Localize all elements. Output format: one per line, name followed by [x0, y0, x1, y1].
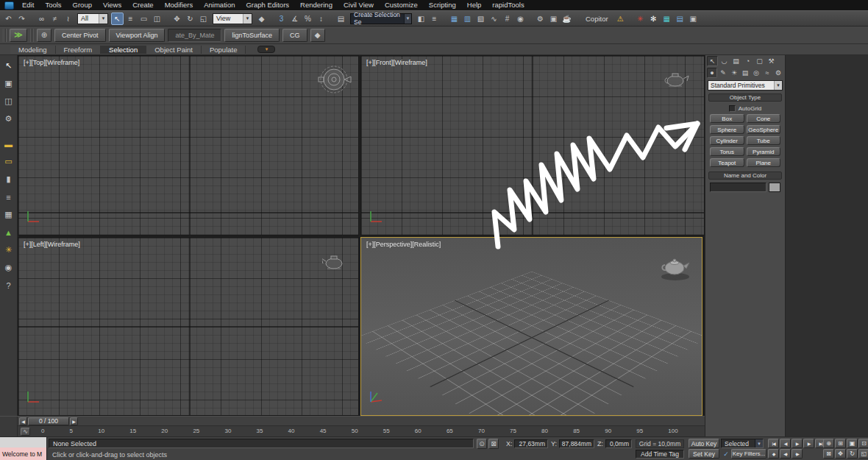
schematic-view-icon[interactable]: # — [501, 13, 513, 25]
motion-tab-icon[interactable]: ◔ — [742, 56, 753, 66]
teapot-left-view[interactable] — [322, 254, 347, 272]
material-editor-icon[interactable]: ◉ — [514, 13, 527, 25]
menu-item[interactable]: Help — [462, 0, 487, 10]
warning-icon[interactable]: ⚠ — [614, 13, 627, 25]
hierarchy-tab-icon[interactable]: ▤ — [730, 56, 741, 66]
viewport-left[interactable]: [+][Left][Wireframe] — [18, 237, 359, 416]
app-logo-icon[interactable] — [4, 1, 14, 10]
orbit-icon[interactable]: ↻ — [847, 449, 858, 459]
ribbon-tab[interactable]: Freeform — [56, 46, 102, 54]
object-name-input[interactable] — [710, 183, 766, 192]
zoom-icon[interactable]: ⊕ — [823, 439, 834, 448]
menu-item[interactable]: Customize — [380, 0, 423, 10]
create-tab-icon[interactable]: ↖ — [707, 56, 718, 66]
toolbar-grip[interactable] — [3, 29, 7, 42]
primitive-button[interactable]: Plane — [747, 158, 781, 167]
grid-plugin-2-icon[interactable]: ▤ — [674, 13, 686, 25]
name-color-rollout[interactable]: Name and Color — [708, 171, 782, 180]
select-cursor-icon[interactable]: ↖ — [2, 60, 15, 72]
time-slider-handle[interactable]: 0 / 100 — [28, 417, 69, 425]
object-type-rollout[interactable]: Object Type — [708, 93, 782, 102]
render-setup-icon[interactable]: ⚙ — [534, 13, 547, 25]
lights-category-icon[interactable]: ☀ — [729, 68, 739, 78]
primitive-button[interactable]: Teapot — [710, 158, 744, 167]
select-and-scale-icon[interactable]: ◱ — [197, 13, 210, 25]
key-filter-check-icon[interactable]: ✓ — [721, 449, 731, 459]
display-tab-icon[interactable]: ▢ — [754, 56, 765, 66]
time-slider-track[interactable]: ◀ 0 / 100 ▶ — [18, 417, 705, 426]
viewport-front[interactable]: [+][Front][Wireframe] — [360, 55, 705, 236]
align-icon[interactable]: ≡ — [428, 13, 441, 25]
cylinder-icon[interactable]: ▮ — [2, 173, 15, 185]
viewport-perspective[interactable]: [+][Perspective][Realistic] — [360, 237, 702, 416]
window-crossing-icon[interactable]: ◫ — [151, 13, 163, 25]
ribbon-tab[interactable]: Populate — [202, 46, 246, 54]
snaps-toggle-icon[interactable]: 3 — [275, 13, 288, 25]
primitive-button[interactable]: Tube — [747, 136, 781, 145]
spacewarps-category-icon[interactable]: ≈ — [762, 68, 772, 78]
auto-key-button[interactable]: Auto Key — [689, 439, 719, 448]
percent-snap-icon[interactable]: % — [302, 13, 314, 25]
maxscript-mini-listener[interactable]: Welcome to M — [0, 437, 47, 460]
curve-editor-icon[interactable]: ∿ — [488, 13, 500, 25]
primitive-button[interactable]: Pyramid — [747, 147, 781, 156]
utilities-tab-icon[interactable]: ⚒ — [766, 56, 777, 66]
cameras-category-icon[interactable]: ▤ — [740, 68, 750, 78]
key-mode-icon[interactable]: ◆ — [768, 449, 779, 459]
viewport-left-label[interactable]: [+][Left][Wireframe] — [24, 241, 80, 248]
red-plugin-icon[interactable]: ✳ — [634, 13, 647, 25]
menu-item[interactable]: Civil View — [338, 0, 379, 10]
yellow-burst-icon[interactable]: ✳ — [2, 244, 15, 256]
menu-item[interactable]: Rendering — [295, 0, 338, 10]
menu-item[interactable]: rapidTools — [487, 0, 529, 10]
selection-set-dropdown[interactable]: Selected ▼ — [721, 439, 764, 448]
menu-item[interactable]: Graph Editors — [241, 0, 294, 10]
graphite-ribbon-toggle-icon[interactable]: ≫ — [10, 29, 27, 42]
graphite-ribbon-icon[interactable]: ▧ — [474, 13, 487, 25]
helpers-category-icon[interactable]: ◎ — [751, 68, 761, 78]
named-selection-combobox[interactable]: Create Selection Se ▼ — [350, 13, 412, 24]
angle-snap-icon[interactable]: ∡ — [288, 13, 301, 25]
scene-explorer-icon[interactable]: ▥ — [461, 13, 474, 25]
window-icon[interactable]: ▣ — [2, 77, 15, 90]
ribbon-tab[interactable]: Object Paint — [146, 46, 202, 54]
modify-tab-icon[interactable]: ◡ — [719, 56, 730, 66]
tex-plugin-icon[interactable]: ▣ — [687, 13, 700, 25]
primitive-button[interactable]: Torus — [710, 147, 744, 156]
listener-white-row[interactable] — [0, 437, 46, 447]
selection-region-icon[interactable]: ▭ — [138, 13, 150, 25]
set-key-button[interactable]: Set Key — [689, 449, 719, 459]
green-triangle-icon[interactable]: ▲ — [2, 226, 15, 238]
menu-item[interactable]: Group — [68, 0, 97, 10]
toolbar-grip[interactable] — [30, 29, 34, 42]
menu-item[interactable]: Edit — [17, 0, 39, 10]
pin-tool-icon[interactable]: ◆ — [310, 29, 325, 42]
select-and-move-icon[interactable]: ✥ — [171, 13, 183, 25]
primitive-button[interactable]: GeoSphere — [747, 125, 781, 134]
next-frame-icon[interactable]: ▶ — [803, 439, 814, 448]
add-time-tag-button[interactable]: Add Time Tag — [636, 450, 684, 459]
rotate-by-material-button[interactable]: ate_By_Mate — [168, 29, 221, 42]
grid-plugin-icon[interactable]: ▦ — [661, 13, 673, 25]
teapot-perspective[interactable] — [658, 255, 694, 282]
listener-pink-row[interactable]: Welcome to M — [0, 447, 46, 460]
select-and-rotate-icon[interactable]: ↻ — [184, 13, 196, 25]
cg-button[interactable]: CG — [282, 29, 307, 42]
track-bar[interactable]: 0510152025303540455055606570758085909510… — [41, 427, 678, 436]
ribbon-tab[interactable]: Selection — [101, 46, 146, 54]
teapot-top-view[interactable] — [318, 65, 352, 94]
menu-item[interactable]: Create — [127, 0, 159, 10]
bind-to-spacewarp-icon[interactable]: ≀ — [62, 13, 74, 25]
menu-item[interactable]: Views — [98, 0, 127, 10]
viewport-perspective-label[interactable]: [+][Perspective][Realistic] — [366, 241, 441, 248]
zoom-extents-icon[interactable]: ▣ — [847, 439, 858, 448]
zoom-region-icon[interactable]: ⊠ — [823, 449, 834, 459]
viewport-top[interactable]: [+][Top][Wireframe] — [18, 55, 359, 236]
undo-icon[interactable]: ↶ — [2, 13, 15, 25]
zoom-all-icon[interactable]: ⊞ — [835, 439, 846, 448]
align-to-surface-button[interactable]: lignToSurface — [224, 29, 280, 42]
bulb-icon[interactable]: ◉ — [2, 261, 15, 274]
next-frame-arrow-icon[interactable]: ▶ — [70, 417, 78, 425]
y-coordinate-field[interactable]: 87,884mm — [559, 439, 594, 448]
play-icon[interactable]: ▶ — [791, 439, 803, 448]
